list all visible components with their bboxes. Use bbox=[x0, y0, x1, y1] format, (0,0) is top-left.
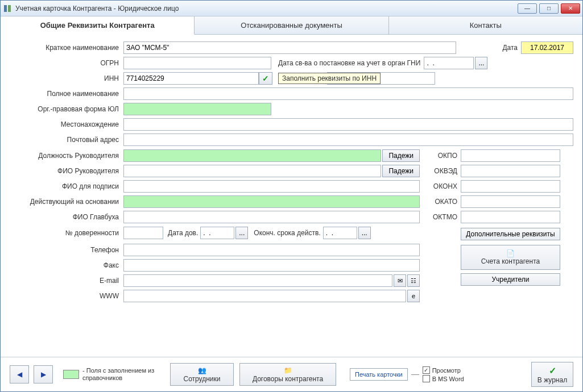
attorney-date-picker[interactable]: ... bbox=[235, 227, 248, 239]
oktmo-input[interactable] bbox=[461, 211, 560, 223]
full-name-input[interactable] bbox=[123, 87, 573, 100]
employees-button[interactable]: 👥 Сотрудники bbox=[170, 363, 234, 386]
attorney-date-input[interactable] bbox=[200, 227, 234, 239]
label-date: Дата bbox=[502, 44, 518, 52]
label-phone: Телефон bbox=[10, 246, 123, 254]
extra-requisites-button[interactable]: Дополнительные реквизиты bbox=[461, 228, 560, 240]
inn-tooltip: Заполнить реквизиты по ИНН bbox=[278, 73, 381, 84]
date-input[interactable] bbox=[521, 41, 573, 54]
basis-input[interactable] bbox=[123, 195, 420, 208]
label-okved: ОКВЭД bbox=[431, 167, 461, 175]
label-short-name: Краткое наименование bbox=[10, 44, 123, 52]
contracts-button[interactable]: 📁 Договоры контрагента bbox=[239, 363, 336, 386]
head-fio-input[interactable] bbox=[123, 165, 381, 177]
preview-checkbox[interactable]: ✓ Просмотр bbox=[423, 366, 464, 374]
label-head-position: Должность Руководителя bbox=[10, 152, 123, 160]
fax-input[interactable] bbox=[123, 259, 420, 272]
tab-contacts[interactable]: Контакты bbox=[389, 16, 582, 34]
folder-icon: 📁 bbox=[284, 366, 292, 374]
postal-input[interactable] bbox=[123, 134, 573, 146]
location-input[interactable] bbox=[123, 118, 573, 131]
attorney-end-input[interactable] bbox=[323, 227, 357, 239]
label-okpo: ОКПО bbox=[431, 152, 461, 160]
www-input[interactable] bbox=[123, 290, 406, 302]
legend-text: - Поля с заполнением из справочников bbox=[82, 367, 156, 382]
label-sign-fio: ФИО для подписи bbox=[10, 182, 123, 190]
phone-input[interactable] bbox=[123, 244, 420, 256]
label-www: WWW bbox=[10, 292, 123, 300]
content: Краткое наименование Дата ОГРН Дата св-в… bbox=[1, 35, 582, 357]
minimize-button[interactable]: — bbox=[518, 3, 537, 14]
inn-input[interactable] bbox=[123, 72, 259, 85]
okonh-input[interactable] bbox=[461, 180, 560, 193]
close-button[interactable]: ✕ bbox=[561, 3, 580, 14]
svg-rect-0 bbox=[4, 5, 7, 12]
journal-button[interactable]: ✓ В журнал bbox=[531, 362, 573, 387]
next-button[interactable]: ▶ bbox=[34, 365, 53, 383]
legend-swatch bbox=[63, 370, 79, 379]
app-icon bbox=[3, 4, 12, 13]
footer: ◀ ▶ - Поля с заполнением из справочников… bbox=[1, 357, 582, 391]
label-okonh: ОКОНХ bbox=[431, 182, 461, 190]
label-full-name: Полное наименование bbox=[10, 90, 123, 98]
window: Учетная карточка Контрагента - Юридическ… bbox=[0, 0, 583, 392]
accounts-button[interactable]: 📄 Счета контрагента bbox=[461, 245, 560, 270]
document-icon: 📄 bbox=[506, 249, 515, 257]
cases-button-2[interactable]: Падежи bbox=[382, 165, 420, 177]
accountant-input[interactable] bbox=[123, 211, 420, 223]
label-reg-date: Дата св-ва о постановке на учет в орган … bbox=[278, 59, 420, 67]
label-attorney-end: Оконч. срока действ. bbox=[254, 229, 320, 237]
tab-scanned[interactable]: Отсканированные документы bbox=[195, 16, 388, 34]
label-head-fio: ФИО Руководителя bbox=[10, 167, 123, 175]
okved-input[interactable] bbox=[461, 165, 560, 177]
ogrn-input[interactable] bbox=[123, 57, 271, 69]
label-basis: Действующий на основании bbox=[10, 198, 123, 206]
email-action-1-button[interactable]: ✉ bbox=[394, 274, 406, 287]
check-icon: ✓ bbox=[549, 365, 556, 376]
window-title: Учетная карточка Контрагента - Юридическ… bbox=[15, 5, 518, 12]
attorney-no-input[interactable] bbox=[123, 227, 163, 239]
tab-general[interactable]: Общие Реквизиты Контрагента bbox=[1, 16, 195, 35]
inn-check-button[interactable]: ✓ bbox=[259, 72, 272, 85]
attorney-end-picker[interactable]: ... bbox=[358, 227, 371, 239]
legal-form-input[interactable] bbox=[123, 103, 271, 115]
label-attorney-no: № доверенности bbox=[10, 229, 123, 237]
label-accountant: ФИО Главбуха bbox=[10, 213, 123, 221]
okato-input[interactable] bbox=[461, 195, 560, 208]
prev-button[interactable]: ◀ bbox=[10, 365, 29, 383]
print-card-button[interactable]: Печать карточки bbox=[350, 368, 408, 381]
www-open-button[interactable]: e bbox=[407, 290, 420, 302]
label-fax: Факс bbox=[10, 261, 123, 269]
founders-button[interactable]: Учредители bbox=[461, 273, 560, 286]
cases-button-1[interactable]: Падежи bbox=[382, 149, 420, 162]
people-icon: 👥 bbox=[198, 366, 206, 374]
label-email: E-mail bbox=[10, 277, 123, 285]
short-name-input[interactable] bbox=[123, 41, 456, 54]
tabs: Общие Реквизиты Контрагента Отсканирован… bbox=[1, 16, 582, 35]
label-inn: ИНН bbox=[10, 74, 123, 82]
label-oktmo: ОКТМО bbox=[431, 213, 461, 221]
okpo-input[interactable] bbox=[461, 149, 560, 162]
reg-date-input[interactable] bbox=[424, 57, 474, 69]
sign-fio-input[interactable] bbox=[123, 180, 420, 193]
email-input[interactable] bbox=[123, 274, 392, 287]
label-okato: ОКАТО bbox=[431, 198, 461, 206]
titlebar: Учетная карточка Контрагента - Юридическ… bbox=[1, 1, 582, 16]
label-location: Местонахождение bbox=[10, 120, 123, 128]
head-position-input[interactable] bbox=[123, 149, 381, 162]
email-action-2-button[interactable]: ☷ bbox=[407, 274, 420, 287]
label-legal-form: Орг.-правовая форма ЮЛ bbox=[10, 105, 123, 113]
label-attorney-date: Дата дов. bbox=[168, 229, 198, 237]
reg-date-picker-button[interactable]: ... bbox=[475, 57, 487, 69]
label-ogrn: ОГРН bbox=[10, 59, 123, 67]
label-postal: Почтовый адрес bbox=[10, 136, 123, 144]
maximize-button[interactable]: □ bbox=[539, 3, 559, 14]
msword-checkbox[interactable]: В MS Word bbox=[423, 375, 464, 382]
svg-rect-1 bbox=[8, 5, 11, 12]
